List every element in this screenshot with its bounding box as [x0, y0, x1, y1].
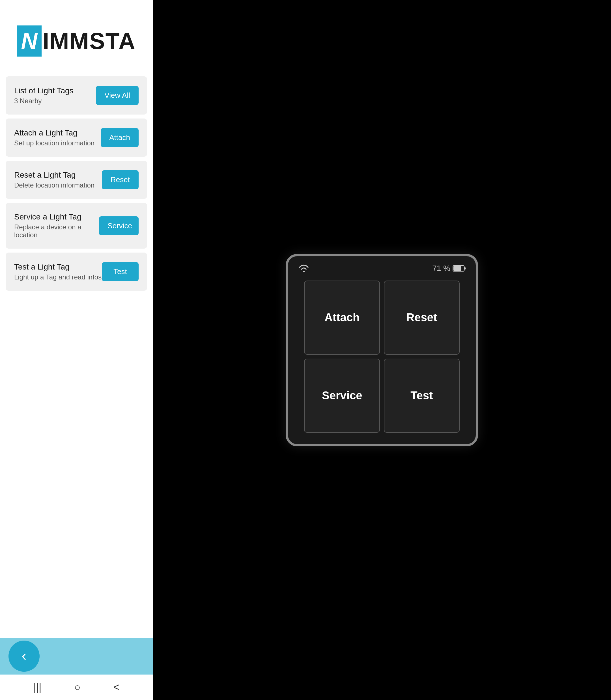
battery-icon: [452, 265, 466, 272]
menu-card-subtitle-1: Set up location information: [14, 139, 94, 147]
svg-rect-2: [453, 266, 461, 271]
menu-card-text-3: Service a Light Tag Replace a device on …: [14, 212, 99, 239]
menu-card-subtitle-2: Delete location information: [14, 181, 94, 189]
device-photo: 71 % Attach Reset Service Test: [286, 254, 478, 446]
menu-card-3: Service a Light Tag Replace a device on …: [6, 203, 147, 249]
wifi-icon: [298, 264, 310, 273]
menu-card-title-0: List of Light Tags: [14, 86, 74, 95]
svg-point-0: [303, 271, 305, 272]
device-attach-label: Attach: [325, 311, 359, 324]
device-reset-label: Reset: [406, 311, 437, 324]
menu-card-subtitle-4: Light up a Tag and read infos: [14, 273, 102, 281]
attach-button[interactable]: Attach: [101, 128, 139, 147]
reset-button[interactable]: Reset: [102, 170, 139, 189]
menu-card-2: Reset a Light Tag Delete location inform…: [6, 161, 147, 199]
device-buttons-grid: Attach Reset Service Test: [304, 278, 459, 438]
device-status-bar: 71 %: [294, 262, 470, 275]
logo-n-box: N: [17, 26, 42, 57]
device-test-label: Test: [411, 389, 433, 402]
logo-container: N IMMSTA: [17, 26, 136, 57]
menu-card-1: Attach a Light Tag Set up location infor…: [6, 119, 147, 157]
menu-card-0: List of Light Tags 3 Nearby View All: [6, 76, 147, 115]
device-test-button[interactable]: Test: [384, 359, 460, 433]
battery-area: 71 %: [432, 264, 466, 273]
menu-card-subtitle-3: Replace a device on a location: [14, 223, 99, 239]
test-button[interactable]: Test: [102, 262, 139, 281]
menu-card-text-4: Test a Light Tag Light up a Tag and read…: [14, 263, 102, 281]
view-all-button[interactable]: View All: [96, 86, 139, 105]
menu-card-title-3: Service a Light Tag: [14, 212, 99, 221]
service-button[interactable]: Service: [99, 217, 139, 235]
left-panel: N IMMSTA List of Light Tags 3 Nearby Vie…: [0, 0, 153, 700]
system-nav: ||| ○ <: [0, 674, 153, 700]
menu-card-text-0: List of Light Tags 3 Nearby: [14, 86, 74, 105]
menu-card-text-2: Reset a Light Tag Delete location inform…: [14, 170, 94, 189]
bottom-bar: ‹: [0, 638, 153, 674]
logo-area: N IMMSTA: [0, 0, 153, 74]
battery-percentage: 71 %: [432, 264, 450, 273]
device-service-button[interactable]: Service: [304, 359, 380, 433]
system-back-icon[interactable]: <: [114, 681, 119, 693]
back-chevron-icon: ‹: [21, 648, 26, 663]
menu-card-subtitle-0: 3 Nearby: [14, 97, 74, 105]
device-attach-button[interactable]: Attach: [304, 281, 380, 355]
back-circle-button[interactable]: ‹: [9, 641, 40, 672]
menu-card-text-1: Attach a Light Tag Set up location infor…: [14, 129, 94, 147]
menu-card-title-1: Attach a Light Tag: [14, 129, 94, 137]
logo-n-letter: N: [21, 30, 38, 52]
menu-card-title-4: Test a Light Tag: [14, 263, 102, 271]
device-service-label: Service: [322, 389, 362, 402]
right-panel: 71 % Attach Reset Service Test: [153, 0, 611, 700]
menu-card-title-2: Reset a Light Tag: [14, 170, 94, 180]
logo-rest-text: IMMSTA: [43, 28, 136, 54]
system-home-icon[interactable]: ○: [74, 681, 80, 693]
system-menu-icon[interactable]: |||: [33, 681, 41, 693]
menu-list: List of Light Tags 3 Nearby View All Att…: [0, 74, 153, 638]
svg-rect-3: [464, 267, 466, 270]
menu-card-4: Test a Light Tag Light up a Tag and read…: [6, 253, 147, 291]
device-reset-button[interactable]: Reset: [384, 281, 460, 355]
